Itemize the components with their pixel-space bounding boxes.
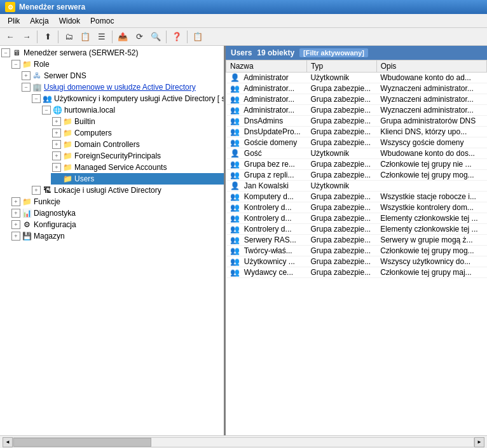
toolbar-export[interactable]: 📤 — [115, 29, 130, 45]
expander-domain[interactable]: − — [42, 106, 51, 115]
scrollbar-area[interactable] — [13, 437, 474, 447]
expander-computers[interactable]: + — [52, 129, 61, 137]
tree-label-fsp[interactable]: + 📁 ForeignSecurityPrincipals — [51, 150, 224, 162]
toolbar-show-hide[interactable]: 🗂 — [61, 29, 76, 45]
table-row[interactable]: 👥 Kontrolery d... Grupa zabezpie... Elem… — [226, 213, 487, 224]
expander-root[interactable]: − — [1, 48, 10, 57]
tree-label-msa[interactable]: + 📁 Managed Service Accounts — [51, 162, 224, 173]
cell-name: 👥 Kontrolery d... — [226, 213, 307, 224]
expander-sites[interactable]: + — [32, 186, 41, 195]
scroll-right-btn[interactable]: ► — [474, 437, 484, 447]
tree-label-users[interactable]: + 📁 Users — [51, 173, 224, 185]
tree-label-computers[interactable]: + 📁 Computers — [51, 127, 224, 139]
tree-item-features: + 📁 Funkcje — [10, 196, 224, 207]
table-row[interactable]: 👥 Serwery RAS... Grupa zabezpie... Serwe… — [226, 235, 487, 246]
folder-icon-msa: 📁 — [62, 162, 72, 172]
tree-label-diag[interactable]: + 📊 Diagnostyka — [10, 207, 224, 219]
tree-label-storage[interactable]: + 💾 Magazyn — [10, 230, 224, 242]
tree-panel[interactable]: − 🖥 Menedżer serwera (SERWER-52) − 📁 Rol… — [0, 46, 226, 435]
storage-icon: 💾 — [22, 231, 32, 241]
expander-builtin[interactable]: + — [52, 117, 61, 126]
cell-name: 👥 Grupa z repli... — [226, 170, 307, 181]
tree-text-diag: Diagnostyka — [34, 209, 76, 218]
table-row[interactable]: 👥 Goście domeny Grupa zabezpie... Wszysc… — [226, 137, 487, 148]
cell-type: Grupa zabezpie... — [306, 137, 376, 148]
tree-label-dns[interactable]: + 🖧 Serwer DNS — [20, 70, 224, 81]
tree-label-dc[interactable]: + 📁 Domain Controllers — [51, 139, 224, 150]
toolbar-misc[interactable]: 📋 — [190, 29, 205, 45]
tree-label-sites[interactable]: + 🏗 Lokacje i usługi Active Directory — [31, 185, 224, 196]
menu-help[interactable]: Pomoc — [85, 15, 119, 27]
tree-label-domain[interactable]: − 🌐 hurtownia.local — [41, 104, 224, 116]
expander-storage[interactable]: + — [11, 232, 20, 241]
scroll-left-btn[interactable]: ◄ — [3, 437, 13, 447]
toolbar-back[interactable]: ← — [3, 29, 18, 45]
tree-label-ad[interactable]: − 🏢 Usługi domenowe w usłudze Active Dir… — [20, 81, 224, 93]
cell-type: Grupa zabezpie... — [306, 267, 376, 278]
folder-icon-builtin: 📁 — [62, 116, 72, 127]
expander-dns[interactable]: + — [22, 71, 31, 80]
table-row[interactable]: 👥 DnsAdmins Grupa zabezpie... Grupa admi… — [226, 116, 487, 127]
filter-badge: [Filtr aktywowany] — [299, 48, 368, 57]
cell-type: Użytkownik — [306, 148, 376, 159]
expander-role[interactable]: − — [11, 60, 20, 69]
expander-diag[interactable]: + — [11, 209, 20, 218]
table-row[interactable]: 👥 DnsUpdatePro... Grupa zabezpie... Klie… — [226, 127, 487, 137]
menu-file[interactable]: Plik — [3, 15, 25, 27]
tree-label-config[interactable]: + ⚙ Konfiguracja — [10, 219, 224, 230]
table-row[interactable]: 👤 Jan Kowalski Użytkownik — [226, 181, 487, 192]
cell-desc: Wyznaczeni administrator... — [376, 105, 486, 116]
tree-item-sites: + 🏗 Lokacje i usługi Active Directory — [31, 185, 224, 196]
cell-name: 👤 Gość — [226, 148, 307, 159]
table-row[interactable]: 👤 Administrator Użytkownik Wbudowane kon… — [226, 73, 487, 83]
table-row[interactable]: 👥 Twórcy-właś... Grupa zabezpie... Człon… — [226, 246, 487, 256]
tree-label-features[interactable]: + 📁 Funkcje — [10, 196, 224, 207]
toolbar-details[interactable]: ☰ — [94, 29, 109, 45]
row-name-text: Jan Kowalski — [244, 181, 289, 190]
tree-label-builtin[interactable]: + 📁 Builtin — [51, 116, 224, 127]
menu-action[interactable]: Akcja — [25, 15, 53, 27]
tree-item-computers: + 📁 Computers — [51, 127, 224, 139]
col-desc[interactable]: Opis — [376, 60, 486, 73]
expander-ad[interactable]: − — [22, 83, 31, 92]
expander-config[interactable]: + — [11, 220, 20, 229]
expander-msa[interactable]: + — [52, 163, 61, 172]
table-row[interactable]: 👥 Administrator... Grupa zabezpie... Wyz… — [226, 94, 487, 105]
toolbar-search[interactable]: 🔍 — [148, 29, 163, 45]
toolbar-refresh[interactable]: ⟳ — [132, 29, 147, 45]
cell-name: 👥 Kontrolery d... — [226, 224, 307, 235]
tree-children-domain: + 📁 Builtin — [51, 116, 224, 185]
expander-aduc[interactable]: − — [32, 94, 41, 103]
tree-root-label[interactable]: − 🖥 Menedżer serwera (SERWER-52) — [0, 47, 224, 59]
expander-fsp[interactable]: + — [52, 151, 61, 160]
table-row[interactable]: 👤 Gość Użytkownik Wbudowane konto do dos… — [226, 148, 487, 159]
expander-features[interactable]: + — [11, 197, 20, 206]
menu-bar: Plik Akcja Widok Pomoc — [0, 14, 487, 28]
cell-desc: Grupa administratorów DNS — [376, 116, 486, 127]
toolbar-forward[interactable]: → — [19, 29, 34, 45]
tree-label-role[interactable]: − 📁 Role — [10, 59, 224, 70]
table-row[interactable]: 👥 Grupa bez re... Grupa zabezpie... Czło… — [226, 159, 487, 170]
toolbar-up[interactable]: ⬆ — [40, 29, 55, 45]
cell-desc: Wbudowane konto do ad... — [376, 73, 486, 83]
expander-dc[interactable]: + — [52, 140, 61, 149]
table-wrapper[interactable]: Nazwa Typ Opis 👤 Administrator Użytkowni… — [226, 60, 487, 435]
table-row[interactable]: 👥 Kontrolery d... Grupa zabezpie... Wszy… — [226, 202, 487, 213]
col-name[interactable]: Nazwa — [226, 60, 307, 73]
table-row[interactable]: 👥 Grupa z repli... Grupa zabezpie... Czł… — [226, 170, 487, 181]
tree-text-users: Users — [74, 174, 94, 183]
toolbar-help[interactable]: ❓ — [169, 29, 184, 45]
toolbar-tree[interactable]: 📋 — [78, 29, 93, 45]
menu-view[interactable]: Widok — [54, 15, 85, 27]
toolbar-sep2 — [58, 31, 58, 43]
table-row[interactable]: 👥 Administrator... Grupa zabezpie... Wyz… — [226, 83, 487, 94]
row-name-text: Grupa z repli... — [244, 171, 294, 179]
row-name-text: Kontrolery d... — [244, 214, 292, 223]
col-type[interactable]: Typ — [306, 60, 376, 73]
table-row[interactable]: 👥 Wydawcy ce... Grupa zabezpie... Członk… — [226, 267, 487, 278]
table-row[interactable]: 👥 Użytkownicy ... Grupa zabezpie... Wszy… — [226, 256, 487, 267]
tree-label-aduc[interactable]: − 👥 Użytkownicy i komputery usługi Activ… — [31, 93, 224, 104]
table-row[interactable]: 👥 Komputery d... Grupa zabezpie... Wszys… — [226, 192, 487, 202]
table-row[interactable]: 👥 Kontrolery d... Grupa zabezpie... Elem… — [226, 224, 487, 235]
table-row[interactable]: 👥 Administrator... Grupa zabezpie... Wyz… — [226, 105, 487, 116]
